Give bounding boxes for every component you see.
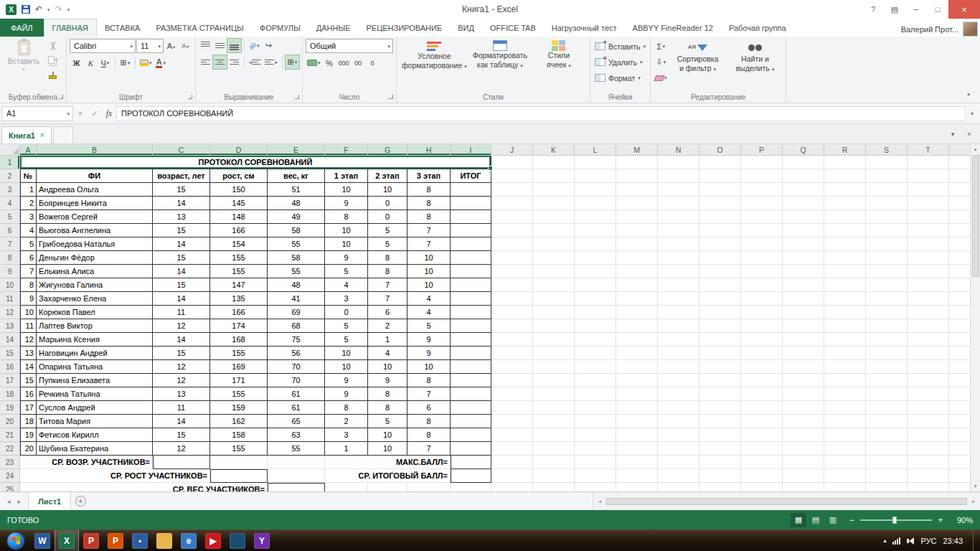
cell[interactable] — [575, 278, 616, 292]
row-header-6[interactable]: 6 — [0, 224, 20, 237]
cell[interactable]: 171 — [210, 374, 268, 387]
cell[interactable]: 8 — [325, 210, 368, 224]
cell[interactable] — [741, 183, 783, 197]
name-box[interactable]: A1▾ — [1, 106, 73, 121]
tray-expand-icon[interactable]: ▴ — [883, 537, 886, 544]
zoom-in-button[interactable]: + — [936, 515, 945, 525]
cell-summary-input[interactable] — [451, 456, 491, 469]
cell[interactable] — [575, 333, 616, 347]
cell-styles-button[interactable]: Стили ячеек ▾ — [531, 39, 587, 69]
cell[interactable] — [908, 483, 949, 491]
cell[interactable] — [741, 237, 783, 251]
cell[interactable]: 10 — [407, 265, 451, 278]
cell[interactable]: 7 — [407, 237, 451, 251]
cell[interactable] — [949, 237, 970, 251]
cell[interactable] — [451, 333, 491, 347]
cell[interactable] — [866, 292, 908, 306]
cell[interactable]: 2 — [368, 319, 407, 333]
cell[interactable] — [491, 360, 533, 374]
cell[interactable]: 12 — [153, 442, 210, 456]
cell[interactable] — [533, 306, 575, 319]
cell[interactable]: 41 — [268, 292, 325, 306]
cell[interactable] — [741, 278, 783, 292]
cell[interactable] — [451, 251, 491, 265]
cell[interactable]: 154 — [210, 237, 268, 251]
cell[interactable] — [741, 469, 783, 483]
font-name-select[interactable]: Calibri▾ — [70, 39, 136, 53]
cell[interactable] — [533, 387, 575, 401]
cell[interactable] — [616, 401, 658, 415]
cell[interactable]: Шубина Екатерина — [37, 442, 153, 456]
cell[interactable]: 3 — [325, 292, 368, 306]
cell[interactable] — [491, 387, 533, 401]
cell[interactable]: 10 — [325, 360, 368, 374]
horizontal-scrollbar[interactable]: ◂ ▸ — [593, 492, 980, 510]
cell[interactable] — [491, 292, 533, 306]
cut-button[interactable] — [46, 39, 60, 52]
cell[interactable]: 12 — [20, 333, 37, 347]
cell[interactable] — [368, 483, 407, 491]
close-document-button[interactable]: × — [962, 128, 976, 141]
cell[interactable]: 155 — [210, 251, 268, 265]
cell-column-title[interactable]: вес, кг — [268, 169, 325, 183]
cell[interactable]: 155 — [210, 442, 268, 456]
cell-column-title[interactable]: ФИ — [37, 169, 153, 183]
ribbon-display-options-button[interactable]: ▤ — [884, 0, 905, 19]
delete-cells-button[interactable]: Удалить▾ — [593, 55, 647, 70]
cell[interactable] — [908, 224, 949, 237]
cell[interactable] — [908, 278, 949, 292]
cell[interactable] — [824, 251, 866, 265]
cell[interactable] — [575, 183, 616, 197]
cell[interactable] — [533, 428, 575, 442]
cell[interactable] — [451, 306, 491, 319]
cell[interactable] — [699, 156, 741, 169]
cell[interactable] — [741, 360, 783, 374]
cell[interactable] — [824, 347, 866, 360]
cell[interactable]: 145 — [210, 197, 268, 210]
cell[interactable]: 135 — [210, 292, 268, 306]
row-header-15[interactable]: 15 — [0, 347, 20, 360]
autosum-button[interactable]: Σ▾ — [654, 39, 669, 53]
cell[interactable]: Титова Мария — [37, 415, 153, 428]
column-header-overflow[interactable] — [949, 144, 970, 156]
cell[interactable]: 4 — [325, 278, 368, 292]
cell[interactable] — [783, 251, 824, 265]
cell[interactable] — [783, 442, 824, 456]
cell[interactable] — [533, 469, 575, 483]
cell[interactable] — [699, 292, 741, 306]
percent-style-button[interactable]: % — [323, 56, 336, 70]
cell[interactable] — [491, 251, 533, 265]
video-taskbar-button[interactable]: ▶ — [201, 530, 225, 551]
cell[interactable] — [783, 224, 824, 237]
cell[interactable] — [575, 360, 616, 374]
row-header-18[interactable]: 18 — [0, 387, 20, 401]
cell[interactable]: 3 — [20, 210, 37, 224]
column-header-D[interactable]: D — [210, 144, 268, 156]
cell[interactable] — [533, 156, 575, 169]
scroll-up-button[interactable]: ▴ — [971, 144, 980, 154]
cell[interactable] — [824, 387, 866, 401]
cell[interactable] — [491, 415, 533, 428]
cell[interactable] — [699, 197, 741, 210]
cell[interactable]: 10 — [368, 360, 407, 374]
cell[interactable]: 12 — [153, 374, 210, 387]
cell[interactable] — [575, 224, 616, 237]
cell[interactable] — [575, 237, 616, 251]
cell[interactable]: 63 — [268, 428, 325, 442]
cell[interactable] — [451, 292, 491, 306]
cell[interactable] — [824, 156, 866, 169]
decrease-font-size-button[interactable]: А▾ — [179, 39, 192, 53]
row-header-5[interactable]: 5 — [0, 210, 20, 224]
document-tab-kniga1[interactable]: Книга1 × — [1, 126, 52, 143]
align-bottom-button[interactable] — [227, 39, 241, 52]
cell[interactable]: 148 — [210, 210, 268, 224]
cell[interactable] — [533, 483, 575, 491]
cell[interactable] — [866, 428, 908, 442]
cell[interactable] — [575, 251, 616, 265]
increase-indent-button[interactable]: ▸ — [263, 55, 279, 69]
align-right-button[interactable] — [227, 55, 241, 69]
cell[interactable]: Суслов Андрей — [37, 401, 153, 415]
cell[interactable]: Вожегов Сергей — [37, 210, 153, 224]
cell[interactable] — [616, 333, 658, 347]
bold-button[interactable]: Ж — [70, 56, 83, 70]
